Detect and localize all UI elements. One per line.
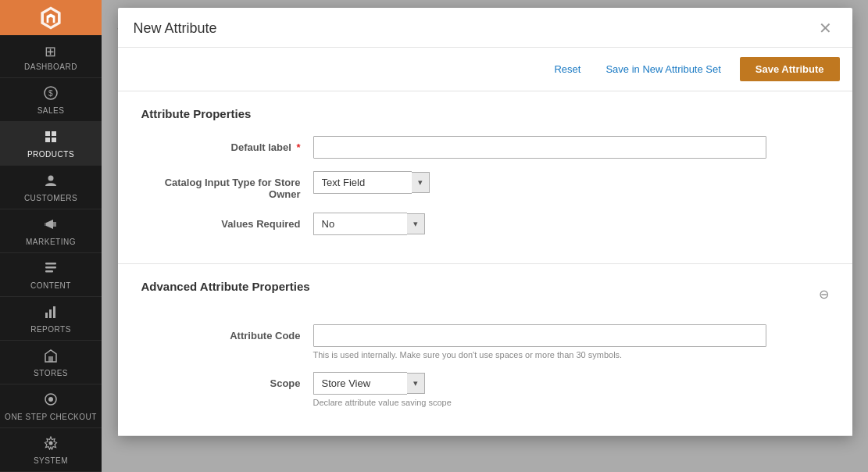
scope-row: Scope Store View Website Global ▾ bbox=[141, 372, 829, 407]
checkout-icon bbox=[44, 392, 58, 410]
attribute-code-row: Attribute Code This is used internally. … bbox=[141, 324, 829, 359]
svg-rect-2 bbox=[45, 131, 50, 136]
values-required-label: Values Required bbox=[141, 213, 313, 230]
svg-rect-9 bbox=[45, 263, 56, 265]
default-label-label: Default label * bbox=[141, 136, 313, 153]
sidebar-item-products[interactable]: Products bbox=[0, 122, 102, 166]
default-label-input[interactable] bbox=[313, 136, 766, 159]
sidebar-item-label: One Step Checkout bbox=[5, 413, 97, 421]
sidebar-item-stores[interactable]: Stores bbox=[0, 341, 102, 384]
scope-arrow[interactable]: ▾ bbox=[407, 373, 425, 394]
svg-rect-11 bbox=[45, 270, 53, 273]
modal-header: New Attribute ✕ bbox=[118, 8, 852, 48]
sidebar-item-content[interactable]: Content bbox=[0, 253, 102, 297]
modal-body: Attribute Properties Default label * bbox=[118, 91, 852, 436]
sidebar-item-label: Reports bbox=[30, 325, 71, 334]
scope-select-group: Store View Website Global ▾ bbox=[313, 372, 829, 395]
svg-point-18 bbox=[49, 442, 53, 445]
svg-rect-4 bbox=[45, 138, 50, 142]
sidebar-item-label: Marketing bbox=[26, 238, 76, 246]
svg-rect-12 bbox=[45, 313, 48, 318]
values-required-select[interactable]: No Yes bbox=[313, 213, 407, 235]
marketing-icon bbox=[44, 217, 58, 235]
customers-icon bbox=[44, 173, 58, 191]
svg-rect-3 bbox=[52, 131, 56, 136]
svg-rect-15 bbox=[48, 356, 53, 362]
svg-point-6 bbox=[48, 176, 54, 181]
svg-rect-5 bbox=[52, 138, 56, 142]
catalog-input-type-field: Text Field Text Area Date Yes/No Multipl… bbox=[313, 171, 829, 194]
save-attribute-button[interactable]: Save Attribute bbox=[740, 57, 840, 81]
svg-rect-8 bbox=[45, 223, 47, 226]
sidebar-item-label: Stores bbox=[34, 369, 68, 377]
catalog-input-type-select[interactable]: Text Field Text Area Date Yes/No Multipl… bbox=[313, 171, 412, 194]
scope-label: Scope bbox=[141, 372, 313, 389]
sidebar-item-dashboard[interactable]: ⊞ Dashboard bbox=[0, 35, 102, 78]
products-icon bbox=[44, 130, 58, 148]
sidebar-item-label: Sales bbox=[38, 106, 65, 115]
default-label-row: Default label * bbox=[141, 136, 829, 159]
svg-point-17 bbox=[48, 397, 53, 402]
new-attribute-modal: New Attribute ✕ Reset Save in New Attrib… bbox=[118, 8, 852, 436]
modal-overlay: New Attribute ✕ Reset Save in New Attrib… bbox=[102, 0, 868, 472]
attribute-code-input[interactable] bbox=[313, 324, 766, 347]
sidebar-item-label: Dashboard bbox=[24, 63, 77, 71]
save-in-new-attribute-set-button[interactable]: Save in New Attribute Set bbox=[599, 60, 727, 78]
advanced-section-header: Advanced Attribute Properties ⊖ bbox=[141, 280, 829, 309]
reset-button[interactable]: Reset bbox=[548, 60, 587, 78]
catalog-input-type-select-group: Text Field Text Area Date Yes/No Multipl… bbox=[313, 171, 829, 194]
dashboard-icon: ⊞ bbox=[45, 43, 57, 60]
attribute-properties-title: Attribute Properties bbox=[141, 107, 829, 120]
values-required-field: No Yes ▾ bbox=[313, 213, 829, 235]
sidebar: ⊞ Dashboard $ Sales Products Customers M… bbox=[0, 0, 102, 472]
svg-text:$: $ bbox=[48, 89, 53, 98]
sidebar-item-label: Content bbox=[30, 281, 71, 290]
sidebar-item-one-step-checkout[interactable]: One Step Checkout bbox=[0, 384, 102, 428]
reports-icon bbox=[44, 305, 58, 323]
sidebar-item-label: Products bbox=[27, 150, 74, 159]
svg-rect-14 bbox=[53, 306, 55, 318]
required-indicator: * bbox=[296, 141, 300, 153]
sidebar-item-label: Customers bbox=[24, 194, 77, 202]
advanced-attribute-properties-section: Advanced Attribute Properties ⊖ Attribut… bbox=[118, 264, 852, 436]
default-label-field bbox=[313, 136, 829, 159]
scope-hint: Declare attribute value saving scope bbox=[313, 398, 829, 407]
modal-toolbar: Reset Save in New Attribute Set Save Att… bbox=[118, 48, 852, 91]
svg-rect-10 bbox=[45, 266, 56, 269]
content-icon bbox=[44, 261, 58, 279]
stores-icon bbox=[44, 349, 58, 367]
sidebar-logo bbox=[0, 0, 102, 35]
sidebar-item-label: System bbox=[34, 456, 68, 465]
svg-rect-7 bbox=[53, 222, 56, 227]
values-required-select-group: No Yes ▾ bbox=[313, 213, 829, 235]
main-content: Jo... New Attribute ✕ Reset Save in New … bbox=[102, 0, 868, 472]
values-required-row: Values Required No Yes ▾ bbox=[141, 213, 829, 235]
catalog-input-type-label: Catalog Input Type for Store Owner bbox=[141, 171, 313, 200]
sidebar-item-marketing[interactable]: Marketing bbox=[0, 209, 102, 253]
system-icon bbox=[44, 436, 58, 454]
sales-icon: $ bbox=[44, 86, 58, 104]
modal-close-button[interactable]: ✕ bbox=[814, 19, 837, 38]
modal-title: New Attribute bbox=[134, 20, 217, 37]
sidebar-item-sales[interactable]: $ Sales bbox=[0, 78, 102, 122]
attribute-code-field: This is used internally. Make sure you d… bbox=[313, 324, 829, 359]
values-required-arrow[interactable]: ▾ bbox=[407, 213, 425, 234]
attribute-code-label: Attribute Code bbox=[141, 324, 313, 341]
attribute-properties-section: Attribute Properties Default label * bbox=[118, 91, 852, 264]
sidebar-item-reports[interactable]: Reports bbox=[0, 297, 102, 341]
scope-field: Store View Website Global ▾ Declare attr… bbox=[313, 372, 829, 407]
attribute-code-hint: This is used internally. Make sure you d… bbox=[313, 350, 829, 359]
section-collapse-toggle[interactable]: ⊖ bbox=[819, 287, 829, 302]
scope-select[interactable]: Store View Website Global bbox=[313, 372, 407, 395]
catalog-input-type-row: Catalog Input Type for Store Owner Text … bbox=[141, 171, 829, 200]
svg-rect-13 bbox=[49, 309, 52, 318]
advanced-attribute-properties-title: Advanced Attribute Properties bbox=[141, 280, 310, 293]
catalog-input-type-arrow[interactable]: ▾ bbox=[412, 172, 430, 193]
sidebar-item-customers[interactable]: Customers bbox=[0, 166, 102, 209]
sidebar-item-system[interactable]: System bbox=[0, 428, 102, 472]
